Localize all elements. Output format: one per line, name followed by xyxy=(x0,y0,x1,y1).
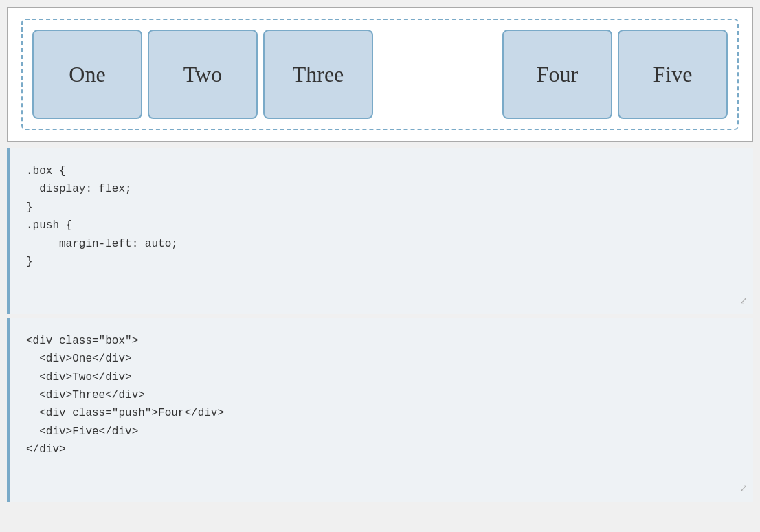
resize-icon-html: ⤡ xyxy=(739,482,748,497)
item-five-label: Five xyxy=(653,62,693,87)
item-five: Five xyxy=(618,30,728,119)
item-two: Two xyxy=(148,30,258,119)
flex-container: One Two Three Four Five xyxy=(21,19,739,130)
item-one: One xyxy=(32,30,142,119)
item-three: Three xyxy=(263,30,373,119)
css-line-1: .box { display: flex; } .push { margin-l… xyxy=(26,165,178,268)
item-three-label: Three xyxy=(293,62,344,87)
demo-area: One Two Three Four Five xyxy=(7,7,753,142)
item-one-label: One xyxy=(69,62,105,87)
item-four: Four xyxy=(502,30,612,119)
resize-icon-css: ⤡ xyxy=(739,294,748,309)
css-code-panel[interactable]: .box { display: flex; } .push { margin-l… xyxy=(7,148,753,314)
html-line-1: <div class="box"> <div>One</div> <div>Tw… xyxy=(26,335,224,456)
item-two-label: Two xyxy=(183,62,222,87)
html-code-panel[interactable]: <div class="box"> <div>One</div> <div>Tw… xyxy=(7,318,753,502)
item-four-label: Four xyxy=(537,62,578,87)
